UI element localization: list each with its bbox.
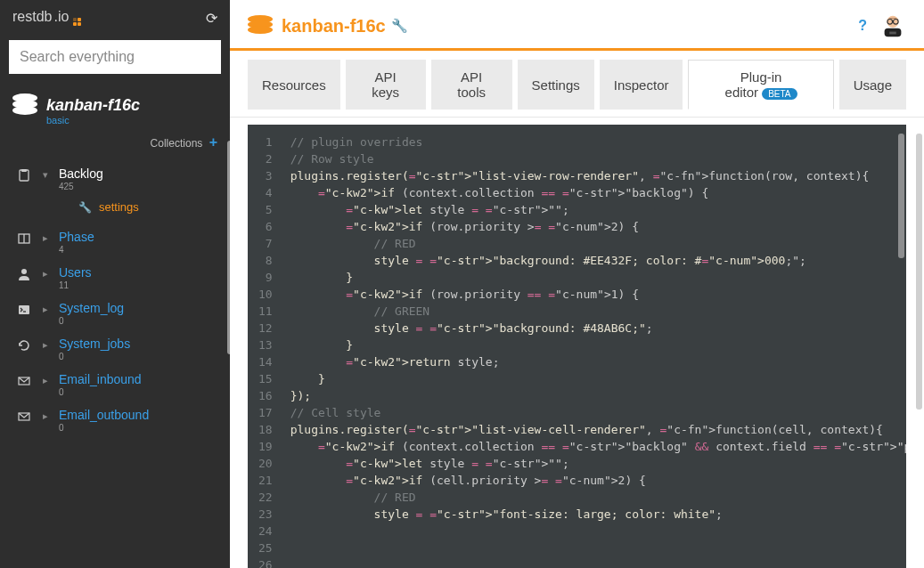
wrench-icon[interactable]: 🔧 [391,18,408,34]
collection-settings-link[interactable]: 🔧settings [0,195,230,223]
help-icon[interactable]: ? [858,18,867,34]
collection-count: 0 [59,316,124,326]
code-editor[interactable]: 1234567891011121314151617181920212223242… [248,125,906,568]
mail-icon [16,410,32,424]
collection-name: Email_outbound [59,408,149,422]
columns-icon [16,231,32,246]
tab-usage[interactable]: Usage [839,60,906,110]
line-gutter: 1234567891011121314151617181920212223242… [248,125,280,568]
tab-api-keys[interactable]: API keys [346,60,426,110]
logo-text: restdb [12,9,52,25]
sidebar-item-backlog[interactable]: ▾ Backlog 425 [0,159,230,195]
sidebar-item-system_log[interactable]: ▸ System_log 0 [0,294,230,329]
chevron-down-icon: ▾ [43,169,48,181]
chevron-right-icon: ▸ [43,339,48,351]
settings-label: settings [99,200,139,214]
chevron-right-icon: ▸ [43,232,48,244]
chevron-right-icon: ▸ [43,268,48,280]
sidebar-item-system_jobs[interactable]: ▸ System_jobs 0 [0,329,230,365]
tab-settings[interactable]: Settings [518,60,594,110]
svg-rect-1 [21,169,27,172]
sidebar-item-email_inbound[interactable]: ▸ Email_inbound 0 [0,365,230,401]
database-icon [12,93,37,117]
refresh-icon[interactable]: ⟳ [206,10,217,27]
collection-count: 0 [59,387,142,397]
logo-dots-icon [73,18,81,26]
collection-count: 4 [59,245,94,255]
sidebar-item-users[interactable]: ▸ Users 11 [0,258,230,294]
collections-label: Collections [151,137,203,150]
collection-name: Users [59,265,92,280]
collection-count: 0 [59,423,149,433]
beta-badge: BETA [762,88,797,100]
logo-suffix: .io [53,9,69,25]
tab-bar: ResourcesAPI keysAPI toolsSettingsInspec… [230,51,924,118]
editor-scrollbar[interactable] [898,134,904,258]
code-content[interactable]: // plugin overrides// Row styleplugins.r… [280,125,906,568]
sidebar: restdb.io ⟳ kanban-f16c basic [0,0,230,568]
header-database-icon [248,15,273,37]
svg-rect-5 [19,305,29,314]
collection-name: System_jobs [59,337,130,351]
collection-name: Phase [59,230,94,244]
tab-plug-in-editor[interactable]: Plug-in editorBETA [688,60,833,110]
collection-count: 0 [59,352,130,361]
chevron-right-icon: ▸ [43,410,48,422]
tab-api-tools[interactable]: API tools [431,60,512,110]
collection-name: Backlog [59,166,103,181]
add-collection-button[interactable]: + [209,134,217,150]
chevron-right-icon: ▸ [43,375,48,386]
tab-inspector[interactable]: Inspector [600,60,683,110]
database-plan: basic [46,115,217,126]
svg-point-4 [21,269,27,274]
refresh-icon [16,338,32,353]
page-scrollbar[interactable] [916,134,922,410]
page-title: kanban-f16c [282,16,386,37]
collection-list: ▾ Backlog 425🔧settings ▸ Phase 4 ▸ Users… [0,158,230,568]
logo[interactable]: restdb.io [12,9,81,28]
sidebar-item-phase[interactable]: ▸ Phase 4 [0,223,230,258]
collection-name: System_log [59,301,124,315]
database-name: kanban-f16c [46,96,140,115]
svg-rect-13 [889,32,896,35]
mail-icon [16,374,32,388]
page-header: kanban-f16c 🔧 ? [230,0,924,51]
collection-count: 425 [59,182,103,191]
search-input[interactable] [9,40,221,74]
collection-name: Email_inbound [59,372,142,386]
tab-resources[interactable]: Resources [248,60,340,110]
sidebar-item-email_outbound[interactable]: ▸ Email_outbound 0 [0,401,230,436]
clipboard-icon [16,168,32,183]
collection-count: 11 [59,280,92,290]
chevron-right-icon: ▸ [43,304,48,315]
user-icon [16,267,32,281]
wrench-icon: 🔧 [78,201,92,214]
avatar[interactable] [879,12,906,39]
main-panel: kanban-f16c 🔧 ? ResourcesAPI keysAPI too… [230,0,924,568]
database-header: kanban-f16c basic [0,81,230,129]
terminal-icon [16,303,32,317]
